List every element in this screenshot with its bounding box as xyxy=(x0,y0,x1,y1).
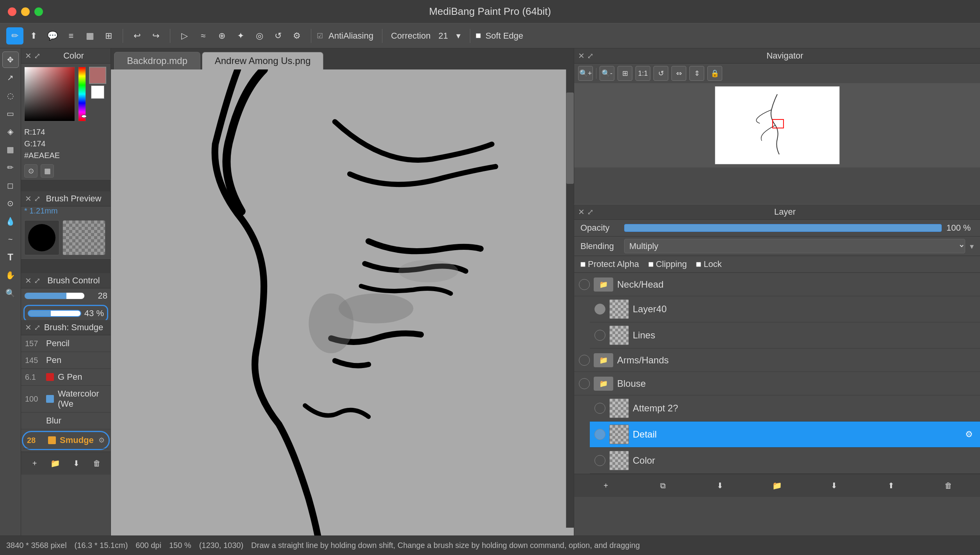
settings-button[interactable]: ⚙ xyxy=(288,27,305,44)
lasso-tool[interactable]: ◌ xyxy=(2,87,19,104)
layer-panel-close[interactable]: ✕ xyxy=(578,207,585,217)
brush-item-blur[interactable]: Blur xyxy=(21,413,111,429)
background-color-swatch[interactable] xyxy=(91,85,104,99)
brush-preview-expand[interactable]: ⤢ xyxy=(34,194,41,203)
adjust-button[interactable]: ↺ xyxy=(270,27,287,44)
layer-item-layer40[interactable]: Layer40 xyxy=(590,296,980,322)
v-scrollbar-thumb[interactable] xyxy=(566,92,574,184)
minimize-button[interactable] xyxy=(21,7,30,16)
navigator-image[interactable] xyxy=(715,86,840,164)
layer-down-button[interactable]: ⬇ xyxy=(826,477,843,494)
eraser-tool[interactable]: ◻ xyxy=(2,177,19,194)
brush-tool-button[interactable]: ✏ xyxy=(6,27,23,44)
navigator-close[interactable]: ✕ xyxy=(578,51,585,60)
layers-button[interactable]: ≡ xyxy=(62,27,80,44)
transform-button[interactable]: ✦ xyxy=(232,27,249,44)
detail-visibility[interactable] xyxy=(594,429,605,440)
maximize-button[interactable] xyxy=(34,7,43,16)
layer-panel-expand[interactable]: ⤢ xyxy=(587,207,594,217)
brush-item-pencil[interactable]: 157 Pencil xyxy=(21,335,111,352)
nav-lock[interactable]: 🔒 xyxy=(707,66,722,81)
layer-folder-button[interactable]: 📁 xyxy=(769,477,785,494)
shape-tool[interactable]: ▭ xyxy=(2,105,19,122)
neckhead-visibility[interactable] xyxy=(579,279,590,290)
speech-button[interactable]: 💬 xyxy=(44,27,61,44)
attempt2-visibility[interactable] xyxy=(594,403,605,414)
close-button[interactable] xyxy=(8,7,16,16)
nav-flip-v[interactable]: ⇕ xyxy=(689,66,704,81)
opacity-slider[interactable] xyxy=(28,310,81,317)
brush-list-add[interactable]: + xyxy=(27,455,43,471)
filter-button[interactable]: ◎ xyxy=(251,27,268,44)
mode3-button[interactable]: ⊕ xyxy=(213,27,230,44)
tab-backdrop[interactable]: Backdrop.mdp xyxy=(114,52,200,69)
brush-item-watercolor[interactable]: 100 Watercolor (We xyxy=(21,386,111,413)
brush-list-save[interactable]: ⬇ xyxy=(68,455,84,471)
layer-duplicate-button[interactable]: ⧉ xyxy=(655,477,671,494)
lock-input[interactable] xyxy=(696,262,701,267)
color-panel-expand[interactable]: ⤢ xyxy=(34,51,41,60)
brush-item-gpen[interactable]: 6.1 G Pen xyxy=(21,369,111,386)
layer-item-attempt2[interactable]: Attempt 2? xyxy=(590,395,980,422)
fill-tool[interactable]: ◈ xyxy=(2,123,19,140)
color-panel-close[interactable]: ✕ xyxy=(25,51,32,60)
lock-checkbox[interactable]: Lock xyxy=(696,259,721,269)
eyedrop-tool[interactable]: 💧 xyxy=(2,213,19,229)
brush-draw-tool[interactable]: ✏ xyxy=(2,159,19,176)
opacity-bar[interactable] xyxy=(624,224,942,232)
brush-item-pen[interactable]: 145 Pen xyxy=(21,352,111,369)
tab-andrew[interactable]: Andrew Among Us.png xyxy=(202,52,323,69)
layer-save-button[interactable]: ⬇ xyxy=(712,477,728,494)
brush-list-expand[interactable]: ⤢ xyxy=(34,323,41,332)
brush-item-smudge[interactable]: 28 Smudge ⚙ xyxy=(23,432,109,449)
text-tool[interactable]: T xyxy=(2,249,19,265)
layer40-visibility[interactable] xyxy=(594,304,605,315)
arms-visibility[interactable] xyxy=(579,355,590,366)
blending-select[interactable]: Multiply Normal Screen xyxy=(624,239,965,253)
upload-button[interactable]: ⬆ xyxy=(25,27,42,44)
clipping-checkbox[interactable]: Clipping xyxy=(648,259,687,269)
navigator-expand[interactable]: ⤢ xyxy=(587,51,594,60)
nav-zoom-in[interactable]: 🔍+ xyxy=(578,66,593,81)
zoom-tool[interactable]: 🔍 xyxy=(2,285,19,301)
undo-button[interactable]: ↩ xyxy=(129,27,146,44)
foreground-color-swatch[interactable] xyxy=(89,67,106,84)
nav-flip-h[interactable]: ⇔ xyxy=(671,66,686,81)
brush-control-close[interactable]: ✕ xyxy=(25,276,32,285)
clone-tool[interactable]: ⊙ xyxy=(2,195,19,212)
brush-control-expand[interactable]: ⤢ xyxy=(34,276,41,285)
layer-item-neckhead[interactable]: 📁 Neck/Head xyxy=(574,273,980,296)
layer-delete-button[interactable]: 🗑 xyxy=(940,477,957,494)
layer-item-lines[interactable]: Lines xyxy=(590,322,980,349)
nav-fit[interactable]: ⊞ xyxy=(618,66,632,81)
grid-square-button[interactable]: ▦ xyxy=(81,27,98,44)
protect-alpha-input[interactable] xyxy=(580,262,586,267)
correction-expand[interactable]: ▾ xyxy=(453,27,464,44)
smudge-settings-icon[interactable]: ⚙ xyxy=(98,436,105,445)
smudge-tool[interactable]: ~ xyxy=(2,231,19,247)
layer-up-button[interactable]: ⬆ xyxy=(883,477,900,494)
detail-settings-icon[interactable]: ⚙ xyxy=(963,428,975,441)
brush-preview-close[interactable]: ✕ xyxy=(25,194,32,203)
hand-tool[interactable]: ✋ xyxy=(2,267,19,283)
color-hue-bar[interactable] xyxy=(78,67,86,121)
brush-list-folder[interactable]: 📁 xyxy=(47,455,64,471)
blouse-visibility[interactable] xyxy=(579,378,590,389)
grid-button[interactable]: ⊞ xyxy=(100,27,117,44)
brush-list-delete[interactable]: 🗑 xyxy=(89,455,105,471)
redo-button[interactable]: ↪ xyxy=(147,27,164,44)
move-tool[interactable]: ✥ xyxy=(2,52,19,68)
nav-zoom-out[interactable]: 🔍- xyxy=(600,66,614,81)
mode2-button[interactable]: ≈ xyxy=(195,27,212,44)
color-wheel-icon[interactable]: ⊙ xyxy=(24,164,37,178)
protect-alpha-checkbox[interactable]: Protect Alpha xyxy=(580,259,639,269)
layer-item-arms[interactable]: 📁 Arms/Hands xyxy=(574,349,980,372)
size-slider[interactable] xyxy=(24,292,85,299)
canvas-area[interactable] xyxy=(111,69,574,535)
layer-item-detail[interactable]: Detail ⚙ xyxy=(590,422,980,448)
gradient-tool[interactable]: ▦ xyxy=(2,141,19,158)
lines-visibility[interactable] xyxy=(594,330,605,341)
layer-item-blouse[interactable]: 📁 Blouse xyxy=(574,372,980,395)
color-gradient[interactable] xyxy=(24,67,75,121)
canvas-scrollbar-vertical[interactable] xyxy=(566,69,574,528)
